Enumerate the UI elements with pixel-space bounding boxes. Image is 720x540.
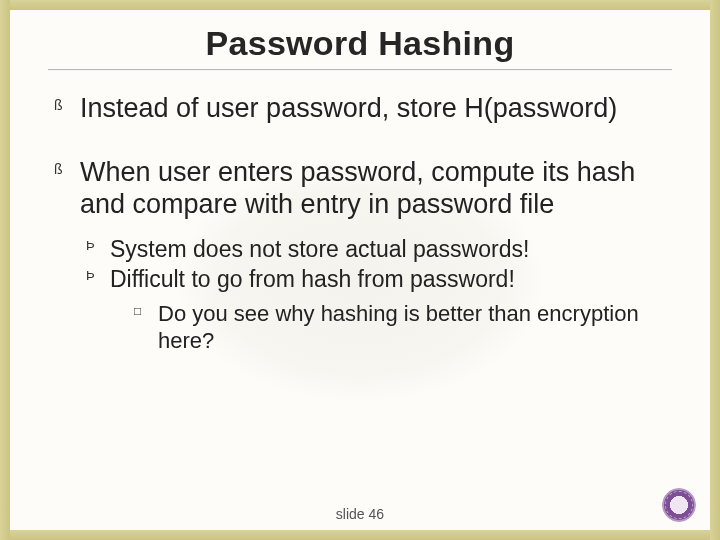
list-item: System does not store actual passwords! (80, 235, 668, 263)
list-item: When user enters password, compute its h… (52, 157, 668, 354)
university-seal-icon (662, 488, 696, 522)
slide-number: slide 46 (0, 506, 720, 522)
title-divider (48, 69, 672, 71)
bullet-sublist: System does not store actual passwords! … (80, 235, 668, 355)
frame-border-top (0, 0, 720, 10)
bullet-list: Instead of user password, store H(passwo… (52, 93, 668, 354)
bullet-text: When user enters password, compute its h… (80, 157, 635, 219)
list-item: Do you see why hashing is better than en… (110, 301, 668, 355)
bullet-text: System does not store actual passwords! (110, 236, 529, 262)
bullet-subsublist: Do you see why hashing is better than en… (110, 301, 668, 355)
frame-border-right (710, 0, 720, 540)
frame-border-left (0, 0, 10, 540)
bullet-text: Instead of user password, store H(passwo… (80, 93, 617, 123)
list-item: Instead of user password, store H(passwo… (52, 93, 668, 125)
list-item: Difficult to go from hash from password!… (80, 265, 668, 355)
bullet-text: Do you see why hashing is better than en… (158, 301, 639, 353)
frame-border-bottom (0, 530, 720, 540)
slide-content: Password Hashing Instead of user passwor… (10, 10, 710, 530)
slide-title: Password Hashing (52, 24, 668, 63)
bullet-text: Difficult to go from hash from password! (110, 266, 515, 292)
